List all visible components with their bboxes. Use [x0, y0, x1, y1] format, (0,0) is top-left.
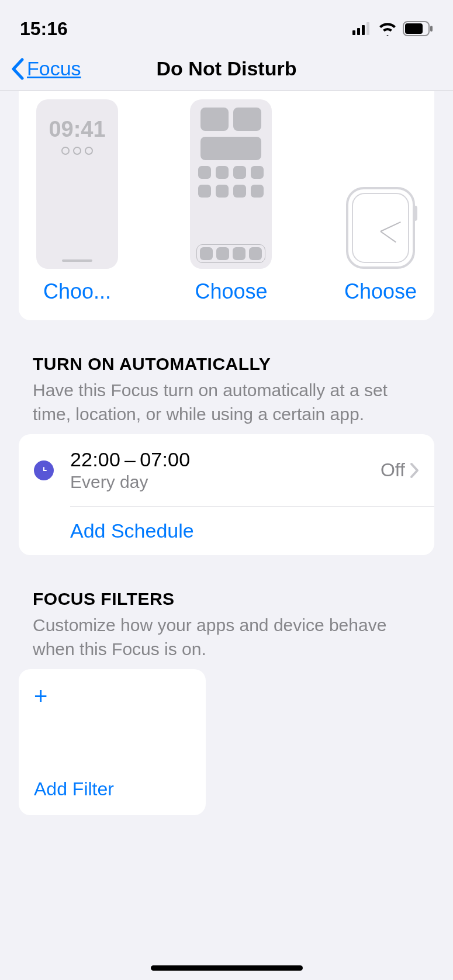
battery-icon	[403, 21, 433, 36]
add-filter-label: Add Filter	[34, 778, 191, 800]
filters-section-header: FOCUS FILTERS Customize how your apps an…	[33, 589, 420, 661]
lock-preview-clock: 09:41	[49, 117, 105, 142]
cellular-icon	[352, 22, 372, 35]
nav-header: Focus Do Not Disturb	[0, 47, 453, 91]
status-indicators	[352, 21, 433, 36]
auto-section-header: TURN ON AUTOMATICALLY Have this Focus tu…	[33, 354, 420, 426]
watch-preview	[346, 187, 415, 269]
svg-rect-2	[362, 25, 365, 35]
clock-icon	[34, 460, 54, 480]
auto-header-desc: Have this Focus turn on automatically at…	[33, 379, 420, 426]
lock-preview-dots	[61, 147, 93, 155]
svg-rect-5	[405, 23, 423, 34]
status-bar: 15:16	[0, 0, 453, 47]
svg-rect-3	[366, 22, 369, 35]
add-filter-card[interactable]: + Add Filter	[19, 669, 206, 815]
status-time: 15:16	[20, 18, 68, 40]
wifi-icon	[378, 22, 397, 36]
filters-header-desc: Customize how your apps and device behav…	[33, 614, 420, 661]
svg-rect-0	[352, 30, 355, 35]
schedule-card: 22:00 – 07:00 Every day Off Add Schedule	[19, 434, 434, 555]
choose-lock-label: Choo...	[43, 279, 111, 304]
svg-rect-1	[357, 28, 360, 35]
home-indicator[interactable]	[151, 965, 303, 971]
schedule-row[interactable]: 22:00 – 07:00 Every day Off	[19, 434, 434, 506]
auto-header-title: TURN ON AUTOMATICALLY	[33, 354, 420, 374]
schedule-state: Off	[381, 459, 405, 481]
schedule-repeat: Every day	[70, 472, 381, 492]
watch-face-option[interactable]: Choose	[344, 99, 417, 304]
plus-icon: +	[34, 684, 191, 708]
lock-screen-preview: 09:41	[36, 99, 118, 269]
back-button[interactable]: Focus	[11, 57, 81, 80]
schedule-time: 22:00 – 07:00	[70, 448, 381, 471]
choose-watch-label: Choose	[344, 279, 417, 304]
home-screen-preview	[190, 99, 272, 269]
svg-rect-6	[430, 26, 433, 32]
lock-screen-option[interactable]: 09:41 Choo...	[36, 99, 118, 304]
add-schedule-button[interactable]: Add Schedule	[19, 507, 434, 555]
choose-home-label: Choose	[195, 279, 267, 304]
chevron-left-icon	[11, 58, 25, 80]
back-label: Focus	[27, 57, 81, 80]
home-screen-option[interactable]: Choose	[190, 99, 272, 304]
customize-screens-card: 09:41 Choo... Choose Choose	[19, 91, 434, 320]
filters-header-title: FOCUS FILTERS	[33, 589, 420, 609]
chevron-right-icon	[410, 462, 419, 479]
